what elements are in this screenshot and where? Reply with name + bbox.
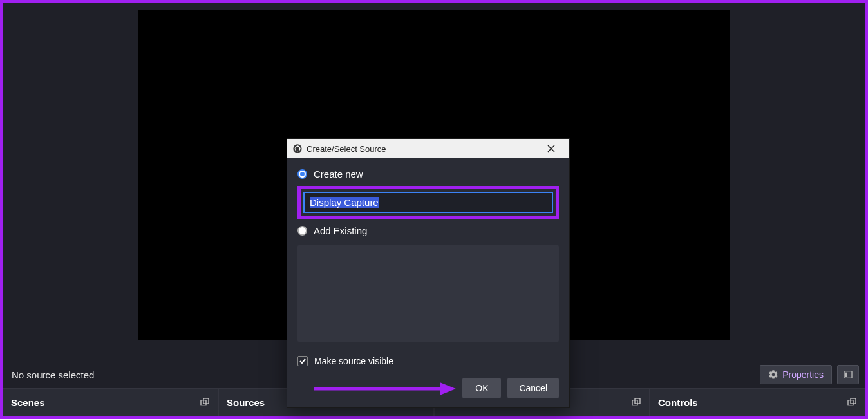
popout-icon [847, 397, 857, 407]
dialog-titlebar[interactable]: Create/Select Source [287, 139, 569, 158]
properties-button[interactable]: Properties [760, 365, 832, 384]
dialog-title: Create/Select Source [307, 144, 386, 154]
arrow-annotation [297, 378, 456, 398]
no-source-label: No source selected [9, 366, 97, 384]
radio-selected-icon [297, 169, 307, 179]
add-existing-label: Add Existing [314, 225, 367, 236]
obs-logo-icon [292, 144, 303, 154]
popout-icon [200, 397, 210, 407]
controls-panel-header[interactable]: Controls [650, 388, 865, 416]
ok-button[interactable]: OK [462, 378, 501, 398]
svg-rect-1 [845, 373, 847, 377]
filters-button[interactable] [837, 365, 859, 384]
make-visible-label: Make source visible [314, 356, 393, 366]
close-button[interactable] [538, 140, 564, 158]
scenes-panel-header[interactable]: Scenes [3, 388, 218, 416]
checkbox-checked-icon [297, 356, 308, 366]
sources-panel-title: Sources [227, 397, 265, 408]
add-existing-radio[interactable]: Add Existing [297, 225, 559, 236]
create-new-radio[interactable]: Create new [297, 169, 559, 180]
controls-panel-title: Controls [658, 397, 698, 408]
svg-rect-0 [844, 371, 852, 378]
make-visible-checkbox[interactable]: Make source visible [297, 356, 559, 366]
source-name-input[interactable] [303, 192, 553, 213]
svg-marker-15 [440, 382, 456, 395]
svg-point-10 [293, 144, 301, 153]
input-highlight-annotation [297, 186, 559, 219]
properties-button-label: Properties [782, 369, 824, 380]
existing-sources-list[interactable] [297, 245, 559, 342]
cancel-button[interactable]: Cancel [507, 378, 559, 398]
scenes-panel-title: Scenes [11, 397, 45, 408]
dialog-body: Create new Add Existing Make source visi… [287, 158, 569, 373]
filters-icon [843, 369, 853, 380]
create-new-label: Create new [314, 169, 363, 180]
close-icon [547, 145, 555, 153]
create-select-source-dialog: Create/Select Source Create new Add Exis… [287, 138, 570, 408]
dialog-footer: OK Cancel [287, 373, 569, 407]
popout-icon [631, 397, 641, 407]
gear-icon [768, 369, 778, 380]
radio-unselected-icon [297, 226, 307, 236]
